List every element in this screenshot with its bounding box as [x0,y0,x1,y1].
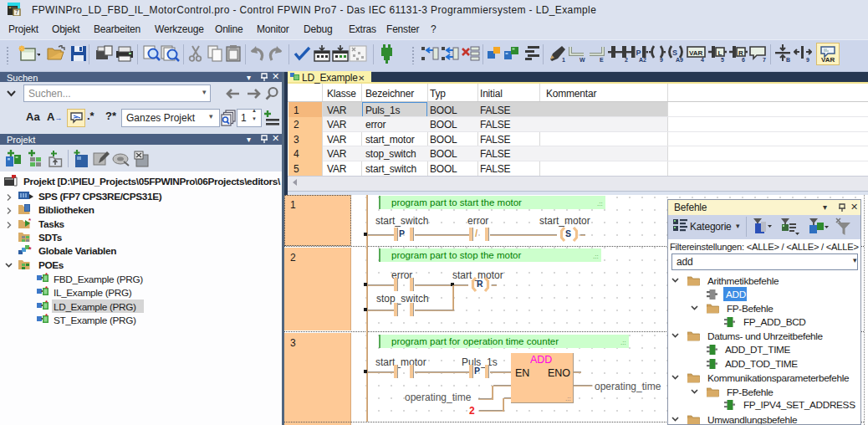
svg-text:7: 7 [15,9,18,15]
svg-text:VAR: VAR [689,49,703,57]
svg-text:B: B [786,57,790,63]
svg-text:A9: A9 [676,57,683,63]
svg-text:W: W [580,57,585,63]
svg-text:*: * [28,218,32,224]
svg-text:1: 1 [562,57,565,63]
svg-text:9: 9 [806,57,809,63]
svg-text:*: * [28,245,32,253]
svg-text:6: 6 [742,57,745,63]
svg-text:2: 2 [625,57,628,63]
svg-text:E: E [600,57,604,63]
svg-text:P: P [636,49,641,57]
svg-text:A2: A2 [639,57,646,63]
svg-text:4: 4 [701,57,704,63]
svg-text:R: R [738,49,743,57]
svg-text:L: L [718,49,722,57]
svg-text:VAR: VAR [821,56,835,64]
svg-text:9: 9 [660,57,663,63]
svg-text:5: 5 [721,57,724,63]
svg-text:S: S [672,49,677,57]
svg-text:7: 7 [763,57,766,63]
